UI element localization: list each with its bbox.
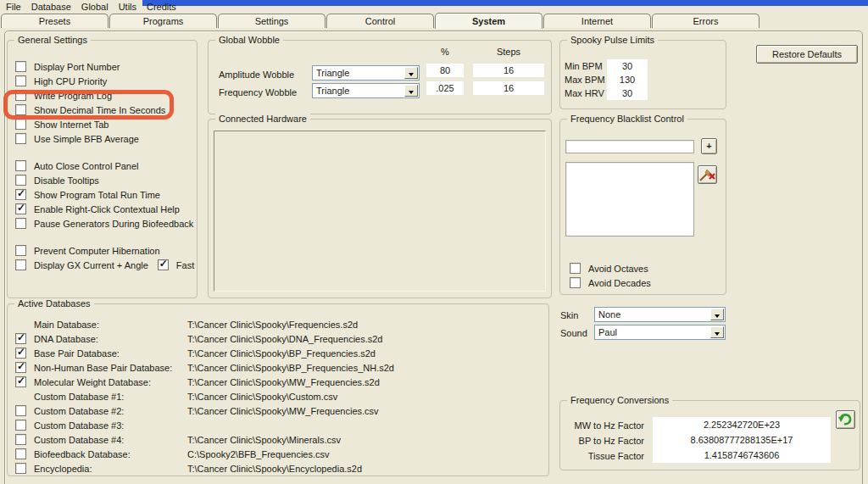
display-port-number-checkbox[interactable] [15,61,26,72]
conversions-reset-button[interactable] [836,410,855,429]
checkbox-label: Fast [176,260,194,270]
database-path: T:\Cancer Clinic\Spooky\BP_Frequencies_N… [187,363,394,373]
min-bpm-field[interactable]: 30 [607,59,648,73]
bp-to-hz-factor-field[interactable]: 8.63808777288135E+17 [653,432,831,448]
tab-errors[interactable]: Errors [652,14,760,28]
checkbox-row-show-decimal-time: Show Decimal Time In Seconds [8,103,197,117]
database-label: Custom Database #3: [34,420,180,431]
broom-with-red-x-icon [698,166,716,183]
amplitude-wobble-percent-field[interactable]: 80 [426,64,464,77]
chevron-down-icon[interactable] [710,309,724,320]
menu-database[interactable]: Database [28,1,78,13]
sound-select[interactable]: Paul [594,325,726,340]
tissue-factor-field[interactable]: 1.4158746743606 [653,448,831,463]
show-program-total-run-time-checkbox[interactable] [15,189,26,200]
custom-database-4-checkbox[interactable] [15,434,26,445]
database-row-dna: DNA Database: T:\Cancer Clinic\Spooky\DN… [8,331,548,346]
use-simple-bfb-average-checkbox[interactable] [15,133,26,144]
min-bpm-label: Min BPM [565,61,603,71]
database-path: T:\Cancer Clinic\Spooky\Encyclopedia.s2d [187,464,362,474]
frequency-wobble-value: Triangle [316,86,349,96]
frequency-wobble-label: Frequency Wobble [219,87,297,97]
restore-defaults-button[interactable]: Restore Defaults [756,45,858,64]
blacklist-frequency-input[interactable] [565,140,694,153]
database-path: T:\Cancer Clinic\Spooky\DNA_Frequencies.… [187,334,383,344]
menu-file[interactable]: File [3,1,28,13]
display-gx-current-checkbox[interactable] [15,259,26,270]
show-internet-tab-checkbox[interactable] [15,119,26,130]
checkbox-row-auto-close-control-panel: Auto Close Control Panel [8,159,197,173]
menu-global[interactable]: Global [78,1,115,13]
global-wobble-title: Global Wobble [215,35,283,45]
tab-control[interactable]: Control [326,14,434,28]
checkbox-label: Display GX Current + Angle [34,260,148,270]
tab-strip: Presets Programs Settings Control System… [1,14,760,30]
tab-presets[interactable]: Presets [1,14,108,28]
spooky2-system-settings-window: { "colors": { "highlight": "#e8512b", "t… [0,0,868,484]
checkbox-row-prevent-hibernation: Prevent Computer Hibernation [8,243,197,258]
amplitude-wobble-select[interactable]: Triangle [312,65,420,81]
database-row-custom-2: Custom Database #2: T:\Cancer Clinic\Spo… [8,403,548,418]
tab-internet[interactable]: Internet [543,14,651,28]
mw-to-hz-factor-field[interactable]: 2.252342720E+23 [653,417,831,432]
checkbox-row-display-port-number: Display Port Number [8,59,197,74]
base-pair-database-checkbox[interactable] [15,348,26,359]
database-label: Custom Database #4: [34,435,180,445]
max-hrv-field[interactable]: 30 [607,86,648,100]
connected-hardware-list [214,131,546,292]
avoid-octaves-checkbox[interactable] [570,263,581,274]
non-human-base-pair-database-checkbox[interactable] [15,362,26,373]
mw-to-hz-factor-label: MW to Hz Factor [558,420,644,431]
blacklist-add-button[interactable]: + [701,138,717,154]
database-label: Custom Database #1: [34,392,180,402]
tab-system[interactable]: System [435,13,542,29]
disable-tooltips-checkbox[interactable] [15,175,26,186]
checkbox-label: Show Decimal Time In Seconds [34,105,165,115]
show-decimal-time-checkbox[interactable] [15,104,26,115]
pulse-limits-fields: 30 130 30 [607,59,648,100]
tab-settings[interactable]: Settings [218,14,326,28]
max-bpm-field[interactable]: 130 [607,73,648,86]
tab-programs[interactable]: Programs [109,14,217,28]
menu-credits[interactable]: Credits [143,1,183,13]
active-databases-title: Active Databases [14,298,94,309]
checkbox-row-write-program-log: Write Program Log [8,88,197,103]
frequency-blacklist-title: Frequency Blacklist Control [567,114,687,124]
biofeedback-database-checkbox[interactable] [15,448,26,459]
frequency-wobble-steps-field[interactable]: 16 [473,81,544,95]
chevron-down-icon[interactable] [710,326,724,338]
avoid-decades-checkbox[interactable] [570,277,581,288]
frequency-wobble-select[interactable]: Triangle [312,83,420,98]
encyclopedia-checkbox[interactable] [15,463,26,474]
chevron-down-icon[interactable] [404,85,418,97]
menu-utils[interactable]: Utils [115,1,143,13]
amplitude-wobble-steps-field[interactable]: 16 [473,64,544,77]
custom-database-3-checkbox[interactable] [15,420,26,431]
auto-close-control-panel-checkbox[interactable] [15,160,26,171]
dna-database-checkbox[interactable] [15,333,26,344]
molecular-weight-database-checkbox[interactable] [15,376,26,387]
checkbox-label: Disable Tooltips [34,175,99,186]
pause-generators-checkbox[interactable] [15,218,26,229]
custom-database-2-checkbox[interactable] [15,405,26,416]
database-path: T:\Cancer Clinic\Spooky\MW_Frequencies.c… [187,406,379,416]
enable-right-click-help-checkbox[interactable] [15,203,26,214]
bp-to-hz-factor-label: BP to Hz Factor [558,436,644,446]
menu-bar: File Database Global Utils Credits [0,0,183,13]
chevron-down-icon[interactable] [404,67,418,79]
blacklist-listbox[interactable] [565,162,694,236]
connected-hardware-title: Connected Hardware [215,114,310,124]
checkbox-label: Pause Generators During Biofeedback [34,219,193,229]
skin-select[interactable]: None [594,307,726,322]
high-cpu-priority-checkbox[interactable] [15,75,26,86]
write-program-log-checkbox[interactable] [15,90,26,101]
blacklist-clear-button[interactable] [698,165,717,184]
percent-column-header: % [426,47,464,57]
database-row-custom-3: Custom Database #3: [8,418,548,432]
frequency-wobble-percent-field[interactable]: .025 [426,81,464,95]
fast-checkbox[interactable] [158,259,169,270]
general-settings-title: General Settings [14,35,91,45]
checkbox-row-disable-tooltips: Disable Tooltips [8,173,197,187]
prevent-hibernation-checkbox[interactable] [15,245,26,256]
database-path: T:\Cancer Clinic\Spooky\Frequencies.s2d [187,320,358,330]
